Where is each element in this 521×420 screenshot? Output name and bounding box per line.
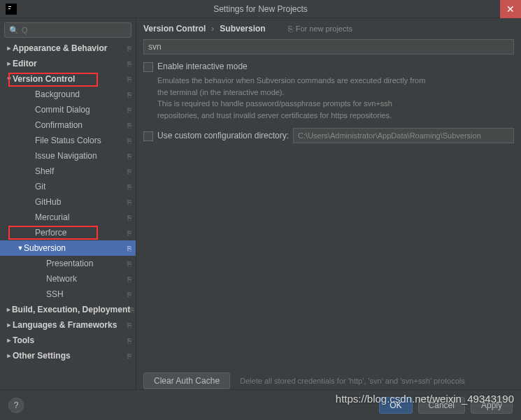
arrow-icon: ▼ (17, 245, 24, 252)
tree-item-perforce[interactable]: Perforce⎘ (0, 225, 136, 240)
search-input[interactable] (22, 26, 127, 34)
crumb-parent[interactable]: Version Control (143, 24, 206, 34)
tree-item-label: Git (35, 182, 127, 191)
custom-config-row: Use custom configuration directory: C:\U… (143, 128, 514, 143)
tree-item-network[interactable]: Network⎘ (0, 271, 136, 287)
sidebar: 🔍 ►Appearance & Behavior⎘►Editor⎘▼Versio… (0, 18, 136, 389)
tree-item-mercurial[interactable]: Mercurial⎘ (0, 210, 136, 225)
clear-auth-hint: Delete all stored credentials for 'http'… (240, 377, 465, 385)
scope-icon: ⎘ (127, 183, 131, 191)
tree-item-label: Version Control (13, 74, 127, 84)
apply-button[interactable]: Apply (471, 397, 513, 414)
tree-item-github[interactable]: GitHub⎘ (0, 194, 136, 210)
scope-icon: ⎘ (127, 106, 131, 114)
tree-item-presentation[interactable]: Presentation⎘ (0, 256, 136, 271)
tree-item-label: Shelf (35, 166, 127, 176)
svg-rect-0 (7, 5, 15, 13)
tree-item-label: Commit Dialog (35, 105, 127, 115)
tree-item-editor[interactable]: ►Editor⎘ (0, 56, 136, 71)
arrow-icon: ► (6, 352, 13, 359)
window-title: Settings for New Projects (213, 4, 308, 14)
arrow-icon: ► (6, 337, 13, 344)
scope-icon: ⎘ (127, 291, 131, 298)
scope-icon: ⎘ (127, 321, 131, 329)
tree-item-label: Other Settings (13, 351, 127, 361)
scope-icon: ⎘ (130, 306, 134, 314)
scope-icon: ⎘ (127, 45, 131, 52)
scope-icon: ⎘ (127, 275, 131, 283)
scope-icon: ⎘ (127, 352, 131, 360)
ok-button[interactable]: OK (379, 397, 412, 414)
tree-item-subversion[interactable]: ▼Subversion⎘ (0, 240, 136, 256)
tree-item-version-control[interactable]: ▼Version Control⎘ (0, 71, 136, 87)
scope-icon: ⎘ (127, 337, 131, 345)
tree-item-label: Languages & Frameworks (13, 320, 127, 330)
scope-icon: ⎘ (127, 122, 131, 129)
tree-item-label: Presentation (46, 259, 127, 268)
settings-tree: ►Appearance & Behavior⎘►Editor⎘▼Version … (0, 41, 136, 389)
tree-item-ssh[interactable]: SSH⎘ (0, 287, 136, 302)
search-box[interactable]: 🔍 (4, 22, 131, 38)
tree-item-label: Network (46, 274, 127, 284)
custom-config-checkbox[interactable] (143, 131, 153, 141)
arrow-icon: ► (6, 306, 12, 313)
tree-item-label: Editor (13, 59, 127, 68)
scope-icon: ⎘ (127, 137, 131, 145)
app-icon (6, 3, 17, 15)
arrow-icon: ▼ (6, 75, 13, 82)
svn-path-input[interactable]: svn (143, 39, 514, 55)
tree-item-tools[interactable]: ►Tools⎘ (0, 333, 136, 348)
scope-icon: ⎘ (127, 229, 131, 237)
search-icon: 🔍 (9, 26, 19, 35)
tree-item-label: Tools (13, 335, 127, 345)
scope-icon: ⎘ (127, 260, 131, 268)
arrow-icon: ► (6, 60, 13, 67)
tree-item-label: SSH (46, 289, 127, 299)
cancel-button[interactable]: Cancel (418, 397, 465, 414)
enable-interactive-label: Enable interactive mode (157, 61, 248, 71)
tree-item-shelf[interactable]: Shelf⎘ (0, 164, 136, 179)
scope-icon: ⎘ (127, 75, 131, 83)
tree-item-label: File Status Colors (35, 136, 127, 145)
enable-interactive-row[interactable]: Enable interactive mode (143, 61, 514, 72)
tree-item-other-settings[interactable]: ►Other Settings⎘ (0, 348, 136, 363)
arrow-icon: ► (6, 321, 13, 328)
scope-icon: ⎘ (127, 152, 131, 160)
form: Enable interactive mode Emulates the beh… (136, 61, 521, 143)
tree-item-label: Subversion (24, 243, 127, 253)
tree-item-background[interactable]: Background⎘ (0, 87, 136, 102)
footer: ? OK Cancel Apply (0, 389, 521, 420)
crumb-sep: › (211, 24, 214, 34)
tree-item-label: Confirmation (35, 120, 127, 130)
custom-config-label: Use custom configuration directory: (157, 131, 289, 140)
tree-item-git[interactable]: Git⎘ (0, 179, 136, 194)
tree-item-appearance-behavior[interactable]: ►Appearance & Behavior⎘ (0, 41, 136, 56)
tree-item-label: Build, Execution, Deployment (12, 305, 130, 314)
content-panel: Version Control › Subversion ⎘ For new p… (136, 18, 521, 389)
tree-item-issue-navigation[interactable]: Issue Navigation⎘ (0, 148, 136, 164)
tree-item-confirmation[interactable]: Confirmation⎘ (0, 117, 136, 133)
crumb-current: Subversion (220, 24, 265, 34)
tree-item-label: Perforce (35, 228, 127, 238)
main: 🔍 ►Appearance & Behavior⎘►Editor⎘▼Versio… (0, 18, 521, 389)
scope-icon: ⎘ (127, 168, 131, 175)
tree-item-label: Background (35, 89, 127, 99)
scope-icon: ⎘ (127, 60, 131, 68)
tree-item-commit-dialog[interactable]: Commit Dialog⎘ (0, 102, 136, 117)
breadcrumb: Version Control › Subversion ⎘ For new p… (136, 18, 521, 39)
tree-item-build-execution-deployment[interactable]: ►Build, Execution, Deployment⎘ (0, 302, 136, 317)
tree-item-label: Mercurial (35, 212, 127, 222)
custom-config-input[interactable]: C:\Users\Administrator\AppData\Roaming\S… (293, 128, 514, 143)
tree-item-file-status-colors[interactable]: File Status Colors⎘ (0, 133, 136, 148)
tree-item-label: Issue Navigation (35, 151, 127, 161)
footer-buttons: OK Cancel Apply (379, 397, 513, 414)
tree-item-languages-frameworks[interactable]: ►Languages & Frameworks⎘ (0, 317, 136, 333)
scope-icon: ⎘ (127, 198, 131, 206)
scope-icon: ⎘ (127, 91, 131, 99)
close-button[interactable]: ✕ (500, 0, 521, 18)
enable-interactive-checkbox[interactable] (143, 62, 153, 72)
clear-auth-button[interactable]: Clear Auth Cache (143, 372, 230, 389)
bottom-bar: Clear Auth Cache Delete all stored crede… (136, 367, 521, 389)
help-button[interactable]: ? (8, 398, 24, 413)
copy-icon: ⎘ (288, 24, 293, 33)
